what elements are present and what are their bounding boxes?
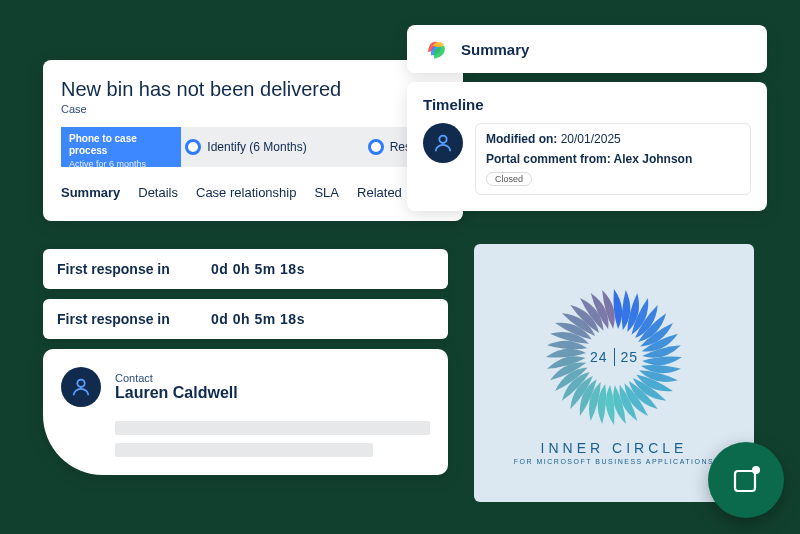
process-step-identify[interactable]: Identify (6 Months) (181, 139, 311, 155)
badge-subtitle: FOR MICROSOFT BUSINESS APPLICATIONS (514, 458, 714, 465)
contact-name[interactable]: Lauren Caldwell (115, 384, 238, 402)
svg-point-3 (752, 466, 760, 474)
first-response-row: First response in 0d 0h 5m 18s (43, 249, 448, 289)
tab-case-relationship[interactable]: Case relationship (196, 185, 296, 200)
svg-point-1 (77, 380, 84, 387)
new-window-icon (729, 463, 763, 497)
first-response-row: First response in 0d 0h 5m 18s (43, 299, 448, 339)
avatar (61, 367, 101, 407)
process-remaining: Identify (6 Months) Research (181, 127, 445, 167)
placeholder-line (115, 421, 430, 435)
contact-label: Contact (115, 372, 238, 384)
svg-rect-2 (735, 471, 755, 491)
contact-card: Contact Lauren Caldwell (43, 349, 448, 475)
status-badge: Closed (486, 172, 532, 186)
badge-title: INNER CIRCLE (514, 440, 714, 456)
timeline-modified-label: Modified on: (486, 132, 557, 146)
timeline-modified: Modified on: 20/01/2025 (486, 132, 740, 146)
first-response-value: 0d 0h 5m 18s (211, 311, 305, 327)
tab-sla[interactable]: SLA (314, 185, 339, 200)
badge-inner: 24 25 INNER CIRCLE FOR MICROSOFT BUSINES… (514, 282, 714, 465)
timeline-comment: Portal comment from: Alex Johnson (486, 152, 740, 166)
timeline-entry-box: Modified on: 20/01/2025 Portal comment f… (475, 123, 751, 195)
timeline-card: Timeline Modified on: 20/01/2025 Portal … (407, 82, 767, 211)
tab-details[interactable]: Details (138, 185, 178, 200)
summary-header-card: Summary (407, 25, 767, 73)
placeholder-line (115, 443, 373, 457)
first-response-value: 0d 0h 5m 18s (211, 261, 305, 277)
step-ring-icon (185, 139, 201, 155)
tab-related[interactable]: Related (357, 185, 402, 200)
summary-title: Summary (461, 41, 529, 58)
process-duration: Active for 6 months (69, 159, 173, 170)
timeline-entry[interactable]: Modified on: 20/01/2025 Portal comment f… (423, 123, 751, 195)
timeline-modified-date: 20/01/2025 (561, 132, 621, 146)
timeline-comment-author: Alex Johnson (614, 152, 693, 166)
step-ring-icon (368, 139, 384, 155)
process-name: Phone to case process (69, 133, 137, 156)
timeline-comment-label: Portal comment from: (486, 152, 611, 166)
fab-button[interactable] (708, 442, 784, 518)
avatar (423, 123, 463, 163)
case-title: New bin has not been delivered (61, 78, 445, 101)
copilot-icon (423, 36, 449, 62)
first-response-label: First response in (57, 311, 187, 327)
case-tabs: Summary Details Case relationship SLA Re… (61, 185, 445, 200)
timeline-title: Timeline (423, 96, 751, 113)
tab-summary[interactable]: Summary (61, 185, 120, 200)
process-active-stage[interactable]: Phone to case process Active for 6 month… (61, 127, 181, 167)
contact-text: Contact Lauren Caldwell (115, 372, 238, 402)
first-response-label: First response in (57, 261, 187, 277)
swirl-icon: 24 25 (539, 282, 689, 432)
case-subtitle: Case (61, 103, 445, 115)
contact-row: Contact Lauren Caldwell (61, 367, 430, 407)
svg-point-0 (439, 136, 446, 143)
step-identify-label: Identify (6 Months) (207, 140, 306, 154)
case-card: New bin has not been delivered Case Phon… (43, 60, 463, 221)
process-flow: Phone to case process Active for 6 month… (61, 127, 445, 167)
